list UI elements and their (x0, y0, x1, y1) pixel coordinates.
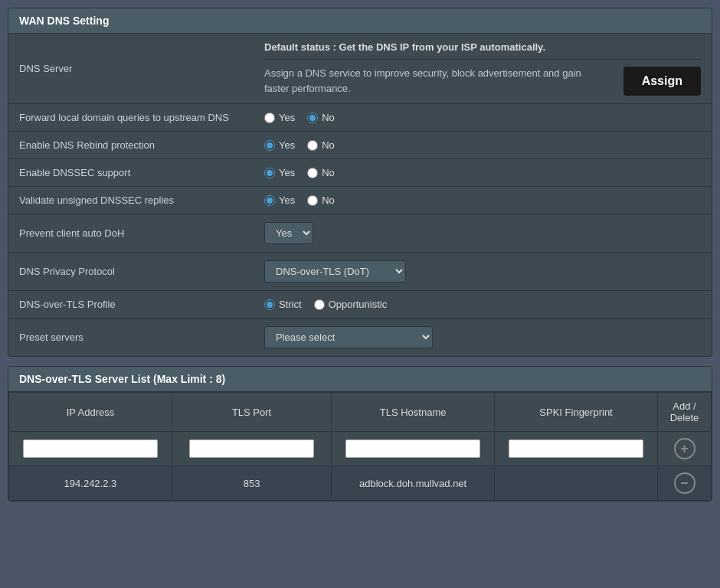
dnssec-support-row: Enable DNSSEC support Yes No (8, 159, 712, 187)
dnssec-support-no-radio[interactable] (307, 168, 318, 178)
forward-local-no-label[interactable]: No (307, 112, 335, 123)
dns-settings-table: DNS Server Default status : Get the DNS … (8, 34, 712, 356)
dns-rebind-row: Enable DNS Rebind protection Yes No (8, 132, 712, 159)
dot-profile-radio-group: Strict Opportunistic (264, 299, 701, 310)
spki-fingerprint-input[interactable] (509, 439, 643, 458)
dns-privacy-select[interactable]: DNS-over-TLS (DoT) DNS-over-HTTPS (DoH) … (264, 260, 406, 283)
col-tls-port: TLS Port (172, 393, 331, 432)
dnssec-validate-yes-radio[interactable] (264, 195, 275, 206)
col-add-delete: Add / Delete (658, 393, 712, 432)
preset-servers-row: Preset servers Please select (8, 318, 712, 357)
dns-privacy-row: DNS Privacy Protocol DNS-over-TLS (DoT) … (8, 253, 712, 291)
col-spki-fingerprint: SPKI Fingerprint (495, 393, 658, 432)
dnssec-validate-options: Yes No (254, 187, 712, 214)
dns-rebind-options: Yes No (254, 132, 712, 159)
dnssec-validate-yes-label[interactable]: Yes (264, 194, 295, 206)
dot-profile-row: DNS-over-TLS Profile Strict Opportunisti… (8, 291, 712, 318)
forward-local-no-radio[interactable] (307, 113, 318, 123)
dns-server-content: Default status : Get the DNS IP from you… (254, 34, 712, 104)
forward-local-yes-text: Yes (279, 112, 295, 123)
dns-rebind-no-radio[interactable] (307, 140, 318, 151)
preset-servers-label: Preset servers (8, 318, 254, 357)
dnssec-validate-no-label[interactable]: No (307, 194, 335, 206)
dnssec-validate-no-radio[interactable] (307, 195, 318, 206)
dnssec-support-options: Yes No (254, 159, 712, 187)
dnssec-support-no-label[interactable]: No (307, 167, 335, 178)
dns-server-label: DNS Server (8, 34, 254, 104)
dot-profile-options: Strict Opportunistic (254, 291, 712, 318)
dns-rebind-no-label[interactable]: No (307, 139, 335, 151)
add-server-button[interactable]: + (674, 438, 695, 459)
forward-local-row: Forward local domain queries to upstream… (8, 104, 712, 132)
dns-default-status-text: Default status : Get the DNS IP from you… (264, 41, 701, 60)
port-input-cell (172, 432, 331, 466)
prevent-doh-row: Prevent client auto DoH Yes No (8, 214, 712, 253)
dnssec-support-yes-radio[interactable] (264, 168, 275, 178)
dot-profile-strict-radio[interactable] (264, 299, 275, 310)
preset-servers-select[interactable]: Please select (264, 326, 433, 348)
wan-dns-panel: WAN DNS Setting DNS Server Default statu… (8, 8, 712, 357)
server-list-header-row: IP Address TLS Port TLS Hostname SPKI Fi… (9, 393, 712, 432)
col-tls-hostname: TLS Hostname (332, 393, 495, 432)
dot-server-list-title: DNS-over-TLS Server List (Max Limit : 8) (8, 367, 712, 392)
dns-privacy-options: DNS-over-TLS (DoT) DNS-over-HTTPS (DoH) … (254, 253, 712, 291)
server-ip-cell: 194.242.2.3 (9, 466, 172, 501)
dns-description-text: Assign a DNS service to improve security… (264, 66, 608, 96)
prevent-doh-options: Yes No (254, 214, 712, 253)
forward-local-yes-label[interactable]: Yes (264, 112, 295, 123)
dot-profile-strict-text: Strict (279, 299, 302, 310)
col-ip-address: IP Address (9, 393, 172, 432)
dnssec-validate-label: Validate unsigned DNSSEC replies (8, 187, 254, 214)
dot-server-list-table: IP Address TLS Port TLS Hostname SPKI Fi… (8, 392, 712, 501)
server-fingerprint-cell (495, 466, 658, 501)
dns-status-value: Get the DNS IP from your ISP automatical… (339, 41, 545, 53)
forward-local-no-text: No (322, 112, 335, 123)
server-data-row: 194.242.2.3 853 adblock.doh.mullvad.net … (9, 466, 712, 501)
dns-rebind-radio-group: Yes No (264, 139, 701, 151)
forward-local-yes-radio[interactable] (264, 113, 275, 123)
dnssec-validate-no-text: No (322, 194, 335, 206)
dnssec-validate-radio-group: Yes No (264, 194, 701, 206)
dot-profile-opportunistic-label[interactable]: Opportunistic (314, 299, 388, 310)
preset-servers-options: Please select (254, 318, 712, 357)
dot-profile-label: DNS-over-TLS Profile (8, 291, 254, 318)
ip-input-cell (9, 432, 172, 466)
forward-local-radio-group: Yes No (264, 112, 701, 123)
dnssec-support-label: Enable DNSSEC support (8, 159, 254, 187)
dns-rebind-label: Enable DNS Rebind protection (8, 132, 254, 159)
forward-local-label: Forward local domain queries to upstream… (8, 104, 254, 132)
server-hostname-cell: adblock.doh.mullvad.net (332, 466, 495, 501)
dnssec-support-radio-group: Yes No (264, 167, 701, 178)
tls-hostname-input[interactable] (345, 439, 480, 458)
dns-server-row: DNS Server Default status : Get the DNS … (8, 34, 712, 104)
dns-status-bold: Default status : (264, 41, 336, 53)
dnssec-support-yes-label[interactable]: Yes (264, 167, 295, 178)
wan-dns-panel-title: WAN DNS Setting (8, 8, 712, 34)
dns-privacy-label: DNS Privacy Protocol (8, 253, 254, 291)
remove-button-cell: − (658, 466, 712, 501)
prevent-doh-select[interactable]: Yes No (264, 222, 313, 244)
dot-profile-opportunistic-radio[interactable] (314, 299, 325, 310)
dot-profile-strict-label[interactable]: Strict (264, 299, 302, 310)
dns-rebind-yes-text: Yes (279, 139, 295, 151)
forward-local-options: Yes No (254, 104, 712, 132)
hostname-input-cell (332, 432, 495, 466)
dns-rebind-no-text: No (322, 139, 335, 151)
dnssec-support-yes-text: Yes (279, 167, 295, 178)
dot-profile-opportunistic-text: Opportunistic (329, 299, 388, 310)
dnssec-validate-yes-text: Yes (279, 194, 295, 206)
dnssec-support-no-text: No (322, 167, 335, 178)
server-input-row: + (9, 432, 712, 466)
assign-button[interactable]: Assign (623, 67, 701, 96)
server-port-cell: 853 (172, 466, 331, 501)
dns-rebind-yes-label[interactable]: Yes (264, 139, 295, 151)
dns-rebind-yes-radio[interactable] (264, 140, 275, 151)
dnssec-validate-row: Validate unsigned DNSSEC replies Yes No (8, 187, 712, 214)
prevent-doh-label: Prevent client auto DoH (8, 214, 254, 253)
ip-address-input[interactable] (23, 439, 158, 458)
tls-port-input[interactable] (189, 439, 314, 458)
remove-server-button[interactable]: − (674, 472, 695, 494)
fingerprint-input-cell (495, 432, 658, 466)
add-button-cell: + (658, 432, 712, 466)
dot-server-list-panel: DNS-over-TLS Server List (Max Limit : 8)… (8, 366, 712, 501)
